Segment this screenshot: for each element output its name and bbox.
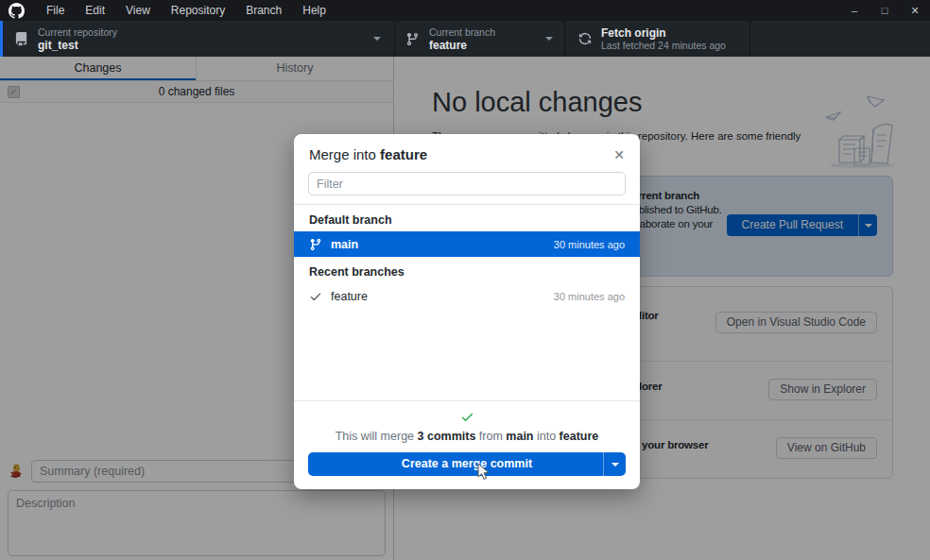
- merge-text: from: [475, 430, 506, 443]
- menu-edit[interactable]: Edit: [75, 0, 115, 21]
- minimize-button[interactable]: –: [839, 0, 870, 21]
- chevron-down-icon[interactable]: [603, 452, 626, 476]
- check-icon: [309, 290, 324, 303]
- fetch-origin-title: Fetch origin: [601, 26, 726, 40]
- create-merge-commit-button[interactable]: Create a merge commit: [308, 452, 626, 476]
- repo-icon: [14, 32, 28, 46]
- branch-updated-time: 30 minutes ago: [554, 239, 625, 250]
- branch-name: main: [331, 238, 358, 251]
- branch-updated-time: 30 minutes ago: [554, 291, 625, 302]
- current-branch-label: Current branch: [429, 26, 495, 39]
- menu-branch[interactable]: Branch: [235, 0, 292, 21]
- branch-filter-input[interactable]: [308, 172, 626, 195]
- dialog-title-prefix: Merge into: [309, 146, 380, 162]
- close-icon[interactable]: ✕: [613, 148, 625, 161]
- maximize-button[interactable]: □: [870, 0, 900, 21]
- merge-text: This will merge: [336, 430, 418, 443]
- create-merge-commit-label: Create a merge commit: [308, 452, 626, 476]
- merge-text: into: [534, 430, 560, 443]
- menu-repository[interactable]: Repository: [161, 0, 235, 21]
- mouse-cursor: [477, 463, 491, 485]
- fetch-origin-button[interactable]: Fetch origin Last fetched 24 minutes ago: [565, 21, 749, 57]
- merge-summary-text: This will merge 3 commits from main into…: [308, 430, 626, 443]
- current-repository-button[interactable]: Current repository git_test: [0, 21, 394, 57]
- dialog-title-branch: feature: [380, 146, 427, 162]
- branch-row-feature[interactable]: feature 30 minutes ago: [294, 283, 640, 309]
- current-branch-value: feature: [429, 39, 495, 52]
- toolbar: Current repository git_test Current bran…: [0, 21, 930, 57]
- menu-file[interactable]: File: [36, 0, 75, 21]
- current-repository-label: Current repository: [38, 26, 117, 39]
- merge-source-branch: main: [506, 430, 533, 443]
- window-controls: – □ ✕: [839, 0, 930, 21]
- current-repository-value: git_test: [38, 39, 117, 52]
- merge-target-branch: feature: [560, 430, 599, 443]
- github-desktop-window: File Edit View Repository Branch Help – …: [0, 0, 930, 560]
- current-branch-button[interactable]: Current branch feature: [395, 21, 564, 57]
- branch-name: feature: [331, 290, 368, 303]
- branch-row-main[interactable]: main 30 minutes ago: [294, 231, 640, 257]
- menu-view[interactable]: View: [115, 0, 161, 21]
- merge-dialog: Merge into feature ✕ Default branch main…: [294, 134, 640, 489]
- recent-branches-header: Recent branches: [294, 257, 640, 283]
- dialog-title: Merge into feature: [309, 146, 427, 162]
- branch-list: Default branch main 30 minutes ago Recen…: [294, 204, 640, 309]
- dialog-footer: This will merge 3 commits from main into…: [294, 400, 640, 489]
- git-branch-icon: [309, 238, 324, 251]
- menu-bar: File Edit View Repository Branch Help: [36, 0, 336, 21]
- chevron-down-icon: [373, 37, 381, 41]
- default-branch-header: Default branch: [294, 205, 640, 231]
- menu-help[interactable]: Help: [292, 0, 336, 21]
- green-check-icon: [460, 410, 474, 428]
- merge-commit-count: 3 commits: [418, 430, 476, 443]
- sync-icon: [578, 32, 592, 45]
- toolbar-divider: [749, 21, 750, 57]
- close-window-button[interactable]: ✕: [900, 0, 930, 21]
- chevron-down-icon: [545, 37, 553, 41]
- dialog-header: Merge into feature ✕: [294, 134, 640, 171]
- github-logo-icon: [9, 3, 25, 19]
- title-bar: File Edit View Repository Branch Help – …: [0, 0, 930, 21]
- git-branch-icon: [405, 32, 420, 46]
- fetch-origin-subtitle: Last fetched 24 minutes ago: [601, 40, 726, 52]
